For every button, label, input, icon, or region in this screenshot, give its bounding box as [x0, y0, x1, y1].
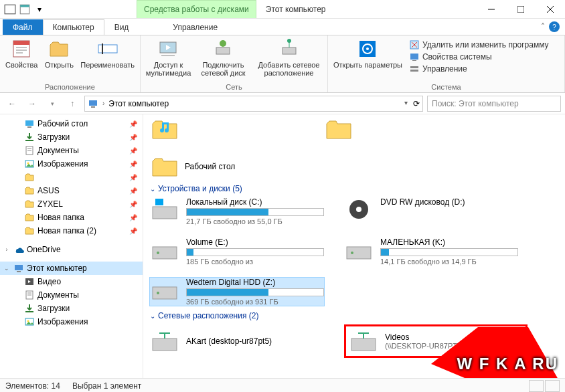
refresh-icon[interactable]: ⟳ [413, 99, 420, 108]
search-placeholder: Поиск: Этот компьютер [432, 99, 519, 108]
contextual-tab-label: Средства работы с дисками [137, 0, 256, 18]
svg-point-53 [157, 252, 159, 254]
folder-tile[interactable] [150, 117, 311, 141]
address-dropdown-icon[interactable]: ▾ [404, 99, 408, 108]
qat-dropdown-icon[interactable]: ▾ [33, 3, 46, 15]
svg-point-55 [351, 252, 353, 254]
view-details-button[interactable] [529, 380, 544, 392]
sidebar-item[interactable]: 📌 [0, 171, 143, 184]
group-network-label: Сеть [141, 82, 327, 92]
sidebar-item[interactable]: Документы [0, 288, 143, 302]
svg-rect-30 [25, 120, 33, 126]
svg-rect-38 [15, 265, 23, 270]
open-settings-button[interactable]: Открыть параметры [333, 38, 402, 69]
back-button[interactable]: ← [4, 96, 20, 112]
sidebar-item-label: Новая папка [37, 213, 127, 222]
minimize-button[interactable] [477, 0, 506, 19]
svg-rect-9 [98, 45, 117, 53]
qat-properties-icon[interactable] [19, 3, 31, 15]
svg-rect-31 [27, 126, 31, 128]
up-button[interactable]: ↑ [64, 96, 80, 112]
app-icon [4, 3, 16, 15]
rename-button[interactable]: Переименовать [80, 38, 135, 69]
sidebar-item[interactable]: Изображения📌 [0, 157, 143, 171]
sidebar-item[interactable]: ASUS📌 [0, 184, 143, 197]
content-pane[interactable]: Рабочий стол ⌄ Устройства и диски (5) Ло… [143, 114, 565, 378]
media-access-button[interactable]: Доступ к мультимедиа [146, 38, 191, 77]
view-icons-button[interactable] [545, 380, 560, 392]
drive-icon [150, 278, 179, 302]
sidebar-item[interactable]: Рабочий стол📌 [0, 117, 143, 130]
folder-icon [24, 185, 35, 196]
svg-point-51 [356, 207, 361, 212]
sidebar-item[interactable]: ⌄Этот компьютер [0, 262, 143, 275]
drive-tile[interactable]: DVD RW дисковод (D:) [344, 197, 518, 225]
network-section-header[interactable]: ⌄ Сетевые расположения (2) [150, 311, 558, 320]
devices-section-header[interactable]: ⌄ Устройства и диски (5) [150, 184, 558, 193]
sidebar-item[interactable]: ZYXEL📌 [0, 197, 143, 211]
add-network-location-button[interactable]: Добавить сетевое расположение [256, 38, 322, 77]
forward-button[interactable]: → [24, 96, 40, 112]
tab-file[interactable]: Файл [3, 19, 43, 35]
system-properties-button[interactable]: Свойства системы [409, 52, 549, 62]
uninstall-programs-button[interactable]: Удалить или изменить программу [409, 39, 549, 50]
drive-tile[interactable]: Wedtern Digital HDD (Z:)369 ГБ свободно … [150, 278, 324, 306]
sidebar-item[interactable]: Загрузки [0, 302, 143, 315]
tab-view[interactable]: Вид [104, 19, 139, 35]
map-drive-button[interactable]: Подключить сетевой диск [197, 38, 249, 77]
pin-icon: 📌 [129, 134, 137, 141]
svg-rect-45 [25, 311, 33, 312]
svg-rect-13 [216, 47, 230, 54]
svg-point-14 [220, 40, 226, 47]
window-title: Этот компьютер [266, 5, 326, 14]
folder-tile[interactable] [324, 117, 485, 141]
sidebar-item[interactable]: Видео [0, 275, 143, 288]
status-item-count: Элементов: 14 [5, 381, 60, 391]
sidebar-item-label: Документы [37, 290, 140, 300]
pin-icon: 📌 [129, 187, 137, 195]
downloads-icon [24, 303, 35, 314]
sidebar-item[interactable]: Загрузки📌 [0, 130, 143, 144]
sidebar-item-label: ZYXEL [37, 199, 127, 209]
navigation-pane[interactable]: Рабочий стол📌Загрузки📌Документы📌Изображе… [0, 114, 143, 378]
open-button[interactable]: Открыть [44, 38, 74, 69]
sidebar-item-label: Документы [37, 146, 127, 155]
svg-rect-26 [410, 66, 418, 68]
sidebar-item[interactable]: Новая папка📌 [0, 211, 143, 224]
downloads-icon [24, 132, 35, 142]
ribbon-collapse-icon[interactable]: ˄ [541, 22, 545, 31]
sidebar-item[interactable]: Изображения [0, 315, 143, 328]
drive-tile[interactable]: Volume (E:)185 ГБ свободно из [150, 237, 324, 266]
drive-tile[interactable]: Локальный диск (C:)21,7 ГБ свободно из 5… [150, 197, 324, 225]
maximize-button[interactable] [506, 0, 536, 19]
pin-icon: 📌 [129, 201, 137, 208]
sidebar-item-label: Рабочий стол [37, 119, 127, 128]
pin-icon: 📌 [129, 174, 137, 181]
sidebar-item[interactable]: ›OneDrive [0, 243, 143, 256]
search-input[interactable]: Поиск: Этот компьютер [427, 96, 561, 112]
address-bar[interactable]: › Этот компьютер ▾ ⟳ [84, 96, 423, 112]
chevron-down-icon: ⌄ [150, 312, 155, 320]
folder-tile[interactable]: Рабочий стол [150, 155, 311, 179]
sidebar-item[interactable]: Документы📌 [0, 144, 143, 157]
network-location-tile[interactable]: AKart (desktop-ur87pt5) [150, 324, 324, 358]
close-button[interactable] [536, 0, 565, 19]
network-location-tile[interactable]: Videos(\\DESKTOP-UR87PT5\User... [349, 329, 523, 353]
pin-icon: 📌 [129, 214, 137, 221]
status-selection: Выбран 1 элемент [72, 381, 141, 391]
drive-name: Volume (E:) [186, 237, 324, 247]
sidebar-item[interactable]: Новая папка (2)📌 [0, 224, 143, 237]
tab-computer[interactable]: Компьютер [43, 19, 104, 35]
help-icon[interactable]: ? [549, 21, 560, 32]
drive-name: Локальный диск (C:) [186, 197, 324, 207]
svg-rect-52 [153, 247, 177, 259]
tab-manage[interactable]: Управление [163, 19, 228, 35]
svg-rect-59 [351, 338, 376, 351]
svg-rect-24 [410, 54, 418, 60]
recent-locations-button[interactable]: ▾ [44, 96, 60, 112]
folder-icon [24, 212, 35, 223]
svg-point-17 [287, 39, 291, 43]
properties-button[interactable]: Свойства [5, 38, 37, 69]
manage-button[interactable]: Управление [409, 64, 549, 74]
drive-tile[interactable]: МАЛЕНЬКАЯ (K:)14,1 ГБ свободно из 14,9 Г… [344, 237, 518, 266]
